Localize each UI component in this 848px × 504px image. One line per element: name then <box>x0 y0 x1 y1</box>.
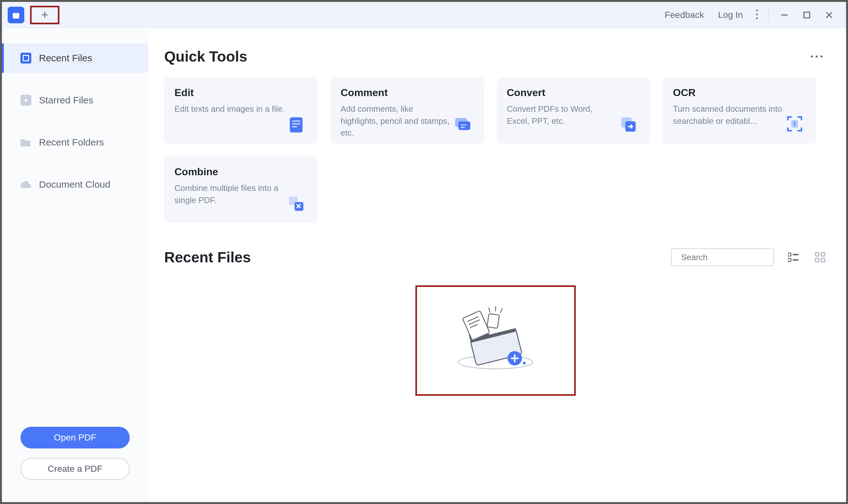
svg-rect-15 <box>292 126 297 127</box>
svg-rect-30 <box>788 258 791 262</box>
svg-line-46 <box>489 308 490 312</box>
tool-title: Combine <box>174 166 285 178</box>
app-logo-icon[interactable] <box>8 7 24 23</box>
svg-rect-6 <box>804 12 810 18</box>
svg-rect-33 <box>821 252 825 256</box>
quick-tools-title: Quick Tools <box>164 48 247 65</box>
tool-desc: Turn scanned documents into searchable o… <box>673 103 783 127</box>
tool-comment[interactable]: Comment Add comments, like highlights, p… <box>330 77 484 144</box>
recent-files-title: Recent Files <box>164 249 251 266</box>
sidebar-item-recent-folders[interactable]: Recent Folders <box>2 128 148 157</box>
file-icon <box>20 53 31 64</box>
create-pdf-button[interactable]: Create a PDF <box>20 458 130 480</box>
tool-combine[interactable]: Combine Combine multiple files into a si… <box>164 157 317 223</box>
main-content: Quick Tools Edit Edit texts and images i… <box>148 28 846 502</box>
svg-rect-1 <box>13 11 19 13</box>
tool-title: Edit <box>174 87 285 98</box>
tool-ocr[interactable]: OCR Turn scanned documents into searchab… <box>663 77 816 144</box>
sidebar-item-label: Recent Files <box>39 53 92 64</box>
svg-text:T: T <box>793 121 797 127</box>
empty-folder-illustration <box>448 304 543 377</box>
titlebar: + Feedback Log In <box>2 2 846 28</box>
tool-title: Comment <box>341 87 451 98</box>
svg-point-2 <box>756 9 758 11</box>
grid-view-button[interactable] <box>813 251 827 264</box>
svg-point-4 <box>756 17 758 19</box>
search-input[interactable] <box>681 252 785 263</box>
quick-tools-more-button[interactable] <box>807 53 827 60</box>
edit-icon <box>285 112 307 134</box>
tool-desc: Convert PDFs to Word, Excel, PPT, etc. <box>507 103 617 127</box>
feedback-link[interactable]: Feedback <box>658 10 711 20</box>
new-tab-button[interactable]: + <box>30 6 59 24</box>
sidebar-item-starred-files[interactable]: Starred Files <box>2 86 148 115</box>
tool-desc: Add comments, like highlights, pencil an… <box>341 103 451 139</box>
svg-point-11 <box>820 56 823 58</box>
svg-point-3 <box>756 13 758 15</box>
svg-point-10 <box>816 56 818 58</box>
star-icon <box>20 95 31 106</box>
sidebar-item-document-cloud[interactable]: Document Cloud <box>2 170 148 199</box>
tool-desc: Combine multiple files into a single PDF… <box>174 182 285 206</box>
tool-convert[interactable]: Convert Convert PDFs to Word, Excel, PPT… <box>497 77 650 144</box>
svg-point-45 <box>523 362 526 364</box>
maximize-button[interactable] <box>796 10 818 20</box>
titlebar-divider <box>768 8 769 21</box>
svg-rect-29 <box>792 254 798 255</box>
tool-desc: Edit texts and images in a file. <box>174 103 285 115</box>
combine-icon <box>285 191 307 213</box>
list-view-button[interactable] <box>787 251 801 264</box>
minimize-button[interactable] <box>773 10 796 20</box>
search-box[interactable] <box>671 248 774 266</box>
svg-line-48 <box>500 309 502 313</box>
svg-point-9 <box>811 56 813 58</box>
ocr-icon: T <box>783 112 806 134</box>
svg-rect-12 <box>290 118 302 133</box>
recent-files-header: Recent Files <box>164 248 827 266</box>
svg-rect-34 <box>815 258 819 262</box>
open-pdf-button[interactable]: Open PDF <box>20 427 130 448</box>
svg-rect-35 <box>821 258 825 262</box>
sidebar-item-label: Starred Files <box>39 95 93 106</box>
svg-rect-18 <box>461 125 467 125</box>
svg-rect-31 <box>792 259 798 261</box>
plus-icon: + <box>41 8 48 22</box>
svg-rect-13 <box>292 121 300 122</box>
svg-rect-14 <box>292 123 300 125</box>
folder-icon <box>20 137 31 148</box>
sidebar-item-label: Recent Folders <box>39 137 104 148</box>
empty-drop-zone[interactable] <box>415 285 576 396</box>
quick-tools-header: Quick Tools <box>164 48 827 65</box>
svg-rect-28 <box>788 253 791 256</box>
convert-icon <box>617 112 640 134</box>
svg-rect-32 <box>815 252 819 256</box>
svg-rect-19 <box>461 127 465 128</box>
cloud-icon <box>20 179 31 190</box>
more-menu-button[interactable] <box>750 9 764 21</box>
sidebar-item-recent-files[interactable]: Recent Files <box>2 43 148 73</box>
svg-rect-41 <box>487 313 499 328</box>
svg-rect-17 <box>458 121 471 130</box>
sidebar-item-label: Document Cloud <box>39 179 110 190</box>
close-button[interactable] <box>818 10 840 20</box>
login-link[interactable]: Log In <box>711 10 750 20</box>
tool-edit[interactable]: Edit Edit texts and images in a file. <box>164 77 317 144</box>
tool-title: OCR <box>673 87 783 98</box>
comment-icon <box>451 112 473 134</box>
tool-title: Convert <box>507 87 617 98</box>
sidebar: Recent Files Starred Files Recent Folder… <box>2 28 148 502</box>
